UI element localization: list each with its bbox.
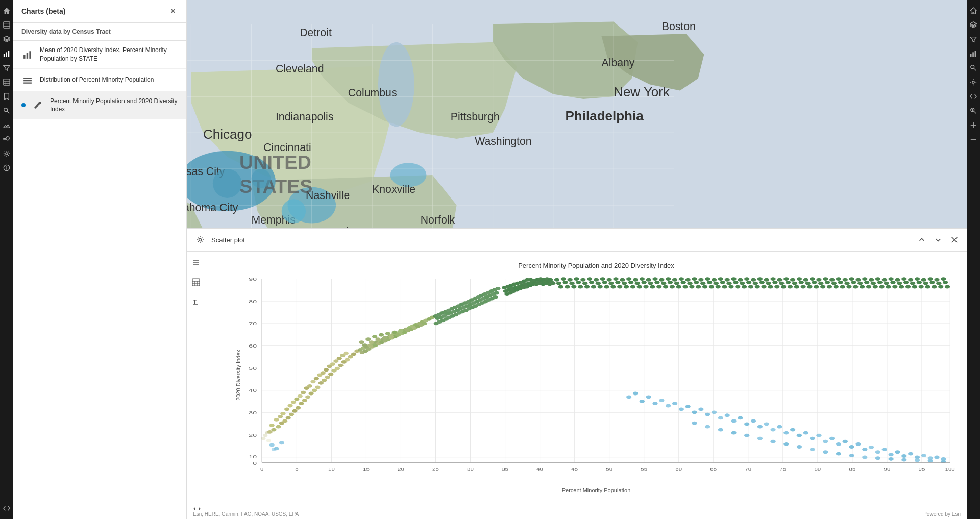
- svg-point-617: [777, 425, 782, 429]
- svg-point-193: [289, 413, 294, 416]
- svg-point-623: [855, 442, 861, 446]
- svg-point-622: [843, 440, 848, 443]
- right-settings-icon[interactable]: [967, 76, 980, 89]
- svg-rect-653: [972, 52, 974, 57]
- svg-point-231: [351, 352, 356, 356]
- nav-settings[interactable]: [0, 147, 13, 160]
- svg-point-573: [899, 285, 904, 289]
- nav-search[interactable]: [0, 104, 13, 117]
- svg-point-484: [707, 281, 712, 284]
- close-panel-button[interactable]: ×: [168, 6, 178, 16]
- right-chart-icon[interactable]: [967, 47, 980, 60]
- nav-map[interactable]: [0, 18, 13, 32]
- svg-point-336: [494, 291, 499, 295]
- svg-point-290: [375, 337, 380, 341]
- svg-text:100: 100: [945, 467, 955, 472]
- side-panel-header: Charts (beta) ×: [13, 0, 186, 23]
- nav-home[interactable]: [0, 4, 13, 17]
- svg-point-209: [315, 386, 320, 389]
- nav-table[interactable]: [0, 76, 13, 89]
- nav-collapse[interactable]: [0, 502, 13, 515]
- svg-point-570: [879, 285, 885, 289]
- svg-point-527: [598, 285, 603, 289]
- svg-point-428: [731, 277, 736, 281]
- svg-point-494: [772, 281, 777, 284]
- svg-point-424: [705, 277, 710, 281]
- svg-text:90: 90: [884, 467, 891, 472]
- svg-point-241: [272, 448, 276, 451]
- nav-layers[interactable]: [0, 33, 13, 46]
- collapse-up-button[interactable]: [916, 234, 928, 246]
- svg-point-540: [682, 285, 688, 289]
- svg-point-579: [938, 285, 943, 289]
- svg-point-616: [764, 423, 769, 426]
- svg-point-237: [266, 439, 271, 442]
- svg-point-197: [296, 406, 301, 410]
- svg-point-109: [199, 239, 202, 241]
- svg-point-589: [731, 419, 736, 423]
- svg-point-497: [792, 282, 797, 285]
- svg-point-450: [875, 277, 880, 281]
- chart-item-3[interactable]: Percent Minority Population and 2020 Div…: [13, 92, 186, 120]
- svg-text:75: 75: [779, 467, 786, 472]
- svg-point-593: [783, 431, 789, 435]
- right-layers-icon[interactable]: [967, 18, 980, 32]
- svg-text:10: 10: [328, 467, 335, 472]
- svg-rect-5: [8, 51, 10, 57]
- svg-point-212: [310, 380, 315, 383]
- right-minus-icon[interactable]: [967, 133, 980, 146]
- svg-point-498: [799, 281, 804, 284]
- svg-point-224: [330, 362, 335, 366]
- right-search-icon[interactable]: [967, 61, 980, 75]
- list-tool-button[interactable]: [189, 256, 203, 270]
- svg-point-220: [324, 368, 329, 372]
- right-home-icon[interactable]: [967, 4, 980, 17]
- close-scatter-button[interactable]: [948, 234, 961, 246]
- svg-point-537: [663, 285, 668, 289]
- nav-bookmark[interactable]: [0, 90, 13, 103]
- svg-point-213: [322, 379, 327, 382]
- right-expand-icon[interactable]: [967, 90, 980, 103]
- svg-line-11: [7, 111, 9, 113]
- svg-point-472: [628, 281, 633, 284]
- nav-info[interactable]: [0, 161, 13, 175]
- svg-point-426: [718, 277, 723, 281]
- nav-charts[interactable]: [0, 47, 13, 60]
- svg-point-287: [365, 337, 371, 341]
- svg-point-621: [829, 437, 835, 440]
- svg-point-479: [674, 282, 679, 285]
- format-tool-button[interactable]: T: [189, 294, 203, 309]
- right-plus-icon[interactable]: [967, 118, 980, 132]
- right-filter-icon[interactable]: [967, 33, 980, 46]
- svg-point-238: [269, 443, 274, 447]
- svg-point-459: [934, 278, 939, 282]
- svg-text:60: 60: [249, 343, 257, 349]
- svg-point-189: [282, 419, 287, 423]
- nav-filter[interactable]: [0, 61, 13, 75]
- scatter-svg: 90 80 70 60 50 40 30 20 10 0 0 5 10: [236, 275, 957, 476]
- svg-text:Norfolk: Norfolk: [421, 214, 455, 226]
- svg-point-523: [571, 285, 576, 289]
- expand-button[interactable]: [191, 503, 203, 515]
- chart-item-2[interactable]: Distribution of Percent Minority Populat…: [13, 69, 186, 92]
- chart-item-1[interactable]: Mean of 2020 Diversity Index, Percent Mi…: [13, 41, 186, 69]
- svg-text:85: 85: [849, 467, 855, 472]
- collapse-down-button[interactable]: [932, 234, 944, 246]
- svg-point-186: [276, 425, 281, 429]
- svg-point-587: [705, 413, 710, 416]
- nav-tools[interactable]: [0, 133, 13, 146]
- svg-point-500: [812, 281, 817, 284]
- main-content: Chicago Detroit Cleveland Albany Boston …: [187, 0, 980, 519]
- nav-analyze[interactable]: [0, 118, 13, 132]
- svg-point-429: [738, 278, 743, 282]
- svg-point-488: [733, 281, 738, 284]
- settings-icon[interactable]: [193, 233, 207, 247]
- svg-point-26: [39, 103, 41, 104]
- svg-point-634: [744, 434, 749, 437]
- right-zoom-icon[interactable]: [967, 104, 980, 117]
- svg-point-417: [659, 278, 664, 282]
- table-tool-button[interactable]: [189, 275, 203, 289]
- svg-point-586: [692, 410, 697, 414]
- svg-point-457: [921, 278, 926, 282]
- svg-rect-654: [975, 51, 976, 57]
